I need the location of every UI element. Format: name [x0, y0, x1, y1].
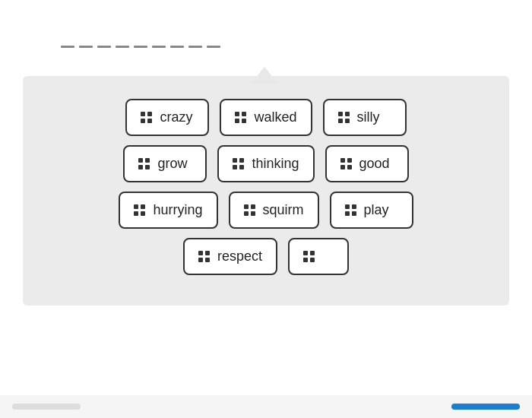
word-label-silly: silly: [357, 109, 380, 125]
drag-icon-good: [340, 158, 352, 169]
bottom-right-indicator: [451, 404, 520, 410]
drag-icon-squirm: [244, 204, 255, 216]
bottom-left-indicator: [12, 404, 81, 410]
drag-icon-empty: [303, 251, 315, 262]
word-chip-respect[interactable]: respect: [183, 238, 277, 275]
word-row-4: respect: [183, 238, 349, 275]
dashed-line: [61, 46, 220, 48]
word-label-crazy: crazy: [160, 109, 192, 125]
word-chip-play[interactable]: play: [330, 192, 413, 229]
dash-2: [79, 46, 93, 48]
drag-icon-silly: [338, 112, 350, 123]
word-chip-thinking[interactable]: thinking: [217, 145, 314, 182]
word-row-1: crazy walked silly: [125, 99, 406, 136]
word-label-good: good: [359, 156, 390, 172]
dash-9: [207, 46, 220, 48]
word-chip-good[interactable]: good: [325, 145, 409, 182]
dash-7: [170, 46, 184, 48]
dash-3: [97, 46, 111, 48]
main-panel: crazy walked silly: [23, 76, 509, 306]
drag-icon-crazy: [141, 112, 152, 123]
word-row-3: hurrying squirm play: [119, 192, 413, 229]
word-chip-silly[interactable]: silly: [323, 99, 407, 136]
word-label-play: play: [364, 202, 389, 218]
drag-icon-walked: [235, 112, 246, 123]
triangle-pointer: [251, 67, 278, 84]
top-bar: [0, 0, 532, 76]
word-label-thinking: thinking: [252, 156, 299, 172]
word-chip-hurrying[interactable]: hurrying: [119, 192, 217, 229]
word-label-respect: respect: [217, 249, 262, 264]
dash-8: [188, 46, 202, 48]
word-chip-walked[interactable]: walked: [220, 99, 312, 136]
word-chip-squirm[interactable]: squirm: [229, 192, 319, 229]
word-chip-grow[interactable]: grow: [123, 145, 207, 182]
dash-1: [61, 46, 74, 48]
word-row-2: grow thinking good: [123, 145, 408, 182]
drag-icon-thinking: [233, 158, 244, 169]
bottom-bar: [0, 395, 532, 418]
drag-icon-grow: [138, 158, 150, 169]
drag-icon-respect: [198, 251, 210, 262]
dash-5: [134, 46, 147, 48]
word-label-walked: walked: [254, 109, 296, 125]
word-label-hurrying: hurrying: [153, 202, 202, 218]
word-grid: crazy walked silly: [68, 99, 464, 275]
dash-6: [152, 46, 166, 48]
word-label-squirm: squirm: [263, 202, 304, 218]
dash-4: [116, 46, 129, 48]
drag-icon-play: [345, 204, 356, 216]
word-label-grow: grow: [157, 156, 187, 172]
word-chip-crazy[interactable]: crazy: [125, 99, 209, 136]
word-chip-empty[interactable]: [288, 238, 349, 275]
drag-icon-hurrying: [134, 204, 145, 216]
